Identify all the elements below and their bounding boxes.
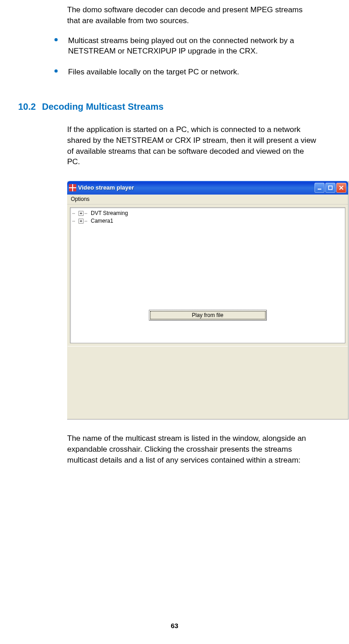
close-icon xyxy=(339,185,344,190)
app-icon xyxy=(69,184,76,191)
tree-line-icon: ⋯ xyxy=(72,218,78,224)
menu-bar: Options xyxy=(67,195,348,205)
tree-item[interactable]: ⋯ + ⋯ DVT Streaming xyxy=(72,210,343,217)
stream-tree-panel: ⋯ + ⋯ DVT Streaming ⋯ + ⋯ Camera1 Play f… xyxy=(70,207,345,343)
maximize-icon xyxy=(328,185,333,190)
bullet-icon xyxy=(54,69,58,73)
minimize-button[interactable] xyxy=(315,183,324,193)
expand-icon[interactable]: + xyxy=(79,211,84,216)
play-button-label: Play from file xyxy=(192,312,223,319)
section-paragraph-2: The name of the multicast stream is list… xyxy=(67,433,317,465)
section-title: Decoding Multicast Streams xyxy=(42,102,164,112)
svg-rect-0 xyxy=(318,189,321,190)
bullet-text: Multicast streams being played out on th… xyxy=(68,36,294,56)
bullet-item: Files available locally on the target PC… xyxy=(54,67,317,78)
window-body xyxy=(68,346,348,419)
tree-line-icon: ⋯ xyxy=(84,218,90,224)
tree-item-label: DVT Streaming xyxy=(91,210,128,217)
page-number: 63 xyxy=(0,621,349,630)
bullet-list: Multicast streams being played out on th… xyxy=(54,35,317,78)
intro-paragraph: The domo software decoder can decode and… xyxy=(67,5,317,26)
bullet-text: Files available locally on the target PC… xyxy=(68,68,239,76)
window-title: Video stream player xyxy=(78,184,134,192)
bullet-icon xyxy=(54,38,58,41)
window-controls xyxy=(315,183,346,193)
bullet-item: Multicast streams being played out on th… xyxy=(54,35,317,57)
expand-icon[interactable]: + xyxy=(79,219,84,224)
close-button[interactable] xyxy=(336,183,346,193)
menu-options[interactable]: Options xyxy=(71,196,89,202)
minimize-icon xyxy=(317,185,322,190)
section-number: 10.2 xyxy=(18,102,36,112)
section-heading: 10.2 Decoding Multicast Streams xyxy=(18,100,349,113)
window-titlebar: Video stream player xyxy=(67,181,348,195)
svg-rect-1 xyxy=(329,186,332,190)
window-screenshot: Video stream player Options ⋯ + ⋯ DVT St… xyxy=(67,181,349,420)
tree-line-icon: ⋯ xyxy=(72,210,78,217)
tree-item-label: Camera1 xyxy=(91,217,113,225)
tree-line-icon: ⋯ xyxy=(84,210,90,217)
play-from-file-button[interactable]: Play from file xyxy=(149,310,267,321)
maximize-button[interactable] xyxy=(325,183,335,193)
tree-item[interactable]: ⋯ + ⋯ Camera1 xyxy=(72,217,343,225)
section-paragraph-1: If the application is started on a PC, w… xyxy=(67,124,317,167)
